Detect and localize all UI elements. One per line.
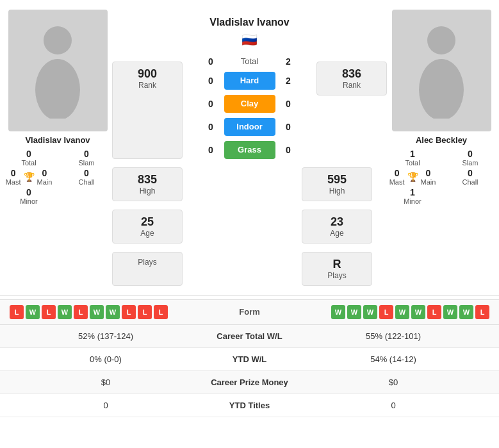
left-total-label: Total [3, 159, 54, 167]
spacer [188, 162, 297, 201]
form-badge-l: L [138, 305, 152, 319]
right-form-badges: WWWLWWLWWL [297, 305, 489, 319]
svg-point-2 [427, 26, 455, 54]
form-label: Form [202, 307, 297, 317]
total-row: 0 Total 2 [191, 56, 308, 67]
top-section: Vladislav Ivanov 0 Total 0 Slam 0 Mast 🏆 [0, 0, 499, 292]
grass-surface-btn: Grass [224, 141, 275, 159]
right-player-photo [392, 10, 491, 131]
form-badge-l: L [10, 305, 24, 319]
left-rank-label: Rank [126, 81, 169, 90]
right-minor-label: Minor [387, 197, 438, 205]
left-player-card: Vladislav Ivanov 0 Total 0 Slam 0 Mast 🏆 [3, 10, 112, 205]
left-player-stats: 0 Total 0 Slam 0 Mast 🏆 0 Main [3, 149, 112, 205]
left-main-label: Main [37, 178, 53, 186]
left-slam-value: 0 [61, 149, 112, 159]
ytd-wl-left: 0% (0-0) [10, 354, 202, 364]
hard-label: Hard [240, 76, 259, 85]
grass-score-right: 0 [281, 145, 297, 155]
left-plays-value: Plays [126, 258, 169, 267]
left-mast-value: 0 [6, 168, 21, 178]
left-chall-value: 0 [61, 168, 112, 178]
left-total-stat: 0 Total [3, 149, 54, 167]
right-age-value: 23 [315, 215, 359, 229]
svg-point-1 [35, 59, 80, 119]
right-player-silhouette [416, 22, 467, 119]
right-minor-value: 1 [387, 187, 438, 197]
hard-score-left: 0 [203, 76, 219, 86]
indoor-row: 0 Indoor 0 [191, 118, 308, 136]
right-age-label: Age [315, 229, 359, 238]
hard-row: 0 Hard 2 [191, 72, 308, 90]
ytd-wl-row: 0% (0-0) YTD W/L 54% (14-12) [0, 348, 499, 371]
surface-section: 0 Total 2 0 Hard 2 0 [188, 56, 311, 159]
right-plays-value: R [315, 258, 359, 271]
left-high-box: 835 High [112, 167, 183, 201]
right-total-stat: 1 Total [387, 149, 438, 167]
clay-surface-btn: Clay [224, 95, 275, 113]
spacer2 [188, 204, 297, 244]
right-chall-stat2: 0 Chall [445, 168, 496, 186]
form-badge-w: W [395, 305, 409, 319]
left-player-photo [8, 10, 108, 131]
main-container: Vladislav Ivanov 0 Total 0 Slam 0 Mast 🏆 [0, 0, 499, 417]
right-total-label: Total [387, 159, 438, 167]
form-badge-l: L [427, 305, 441, 319]
right-player-name: Alec Beckley [416, 135, 467, 145]
form-badge-w: W [58, 305, 72, 319]
left-age-value: 25 [126, 215, 169, 229]
left-minor-stat: 0 Minor [3, 187, 54, 205]
form-badge-w: W [347, 305, 361, 319]
form-badge-w: W [443, 305, 457, 319]
form-badge-w: W [26, 305, 40, 319]
left-flag: 🇷🇺 [241, 32, 258, 47]
right-mast-stat: 0 Mast 🏆 0 Main [387, 168, 438, 186]
form-badge-w: W [363, 305, 377, 319]
titles-label: YTD Titles [202, 401, 297, 410]
titles-row: 0 YTD Titles 0 [0, 394, 499, 417]
left-age-label: Age [126, 229, 169, 238]
right-minor-stat: 1 Minor [387, 187, 438, 205]
left-chall-stat2: 0 Chall [61, 168, 112, 186]
svg-point-3 [419, 59, 464, 119]
left-slam-stat: 0 Slam [61, 149, 112, 167]
form-badge-w: W [331, 305, 345, 319]
right-main-value: 0 [421, 168, 436, 178]
right-chall-label: Chall [445, 178, 496, 186]
right-high-box: 595 High [302, 167, 372, 201]
form-badge-l: L [42, 305, 56, 319]
right-main-label: Main [421, 178, 436, 186]
prize-left: $0 [10, 377, 202, 387]
left-total-value: 0 [3, 149, 54, 159]
indoor-surface-btn: Indoor [224, 118, 275, 136]
grass-label: Grass [238, 145, 261, 154]
spacer3 [188, 247, 297, 286]
right-rank-box: 836 Rank [316, 62, 387, 95]
left-trophy-icon: 🏆 [24, 172, 35, 182]
left-player-silhouette [32, 22, 83, 119]
grass-score-left: 0 [203, 145, 219, 155]
hard-score-right: 2 [281, 76, 297, 86]
career-wl-right: 55% (122-101) [297, 331, 489, 341]
left-form-badges: LWLWLWWLLL [10, 305, 202, 319]
grass-row: 0 Grass 0 [191, 141, 308, 159]
total-score-right: 2 [281, 56, 297, 67]
ytd-wl-label: YTD W/L [202, 354, 297, 364]
titles-right: 0 [297, 401, 489, 410]
form-badge-w: W [459, 305, 473, 319]
right-plays-box: R Plays [302, 252, 372, 286]
form-badge-w: W [90, 305, 104, 319]
form-row: LWLWLWWLLL Form WWWLWWLWWL [0, 299, 499, 325]
left-rank-value: 900 [126, 67, 169, 81]
right-plays-label: Plays [315, 271, 359, 280]
left-name-title: Vladislav Ivanov [209, 16, 290, 29]
right-rank-label: Rank [330, 81, 373, 90]
svg-point-0 [44, 26, 72, 54]
left-minor-value: 0 [3, 187, 54, 197]
indoor-label: Indoor [236, 122, 262, 131]
clay-score-left: 0 [203, 99, 219, 109]
right-player-card: Alec Beckley 1 Total 0 Slam 0 Mast 🏆 [387, 10, 496, 205]
form-badge-w: W [411, 305, 425, 319]
ytd-wl-right: 54% (14-12) [297, 354, 489, 364]
left-plays-box: Plays [112, 252, 183, 286]
